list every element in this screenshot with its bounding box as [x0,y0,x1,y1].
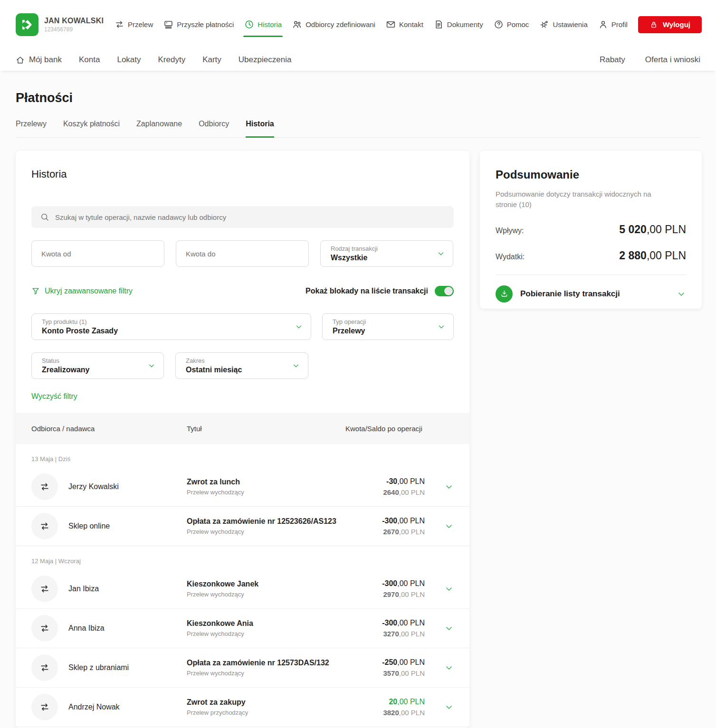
show-blockades-toggle[interactable] [435,286,454,296]
select-value: Wszystkie [331,254,367,262]
home-icon [16,56,25,65]
balance-after: 3570,00 PLN [345,669,425,677]
tab-koszyk-platnosci[interactable]: Koszyk płatności [63,120,120,128]
amount-from-input[interactable] [32,241,164,266]
counterparty-name: Andrzej Nowak [68,703,120,711]
table-row[interactable]: Jan Ibiza Kieszonkowe Janek Przelew wych… [16,569,469,609]
transaction-amount: -300,00 PLN [345,517,425,525]
user-id: 123456789 [44,26,104,33]
logout-label: Wyloguj [663,20,690,28]
chevron-down-icon [444,663,454,672]
quicklink-label: Kontakt [399,20,423,28]
status-select[interactable]: Status Zrealizowany [31,352,164,379]
nav-item-lokaty[interactable]: Lokaty [117,55,141,65]
tab-historia[interactable]: Historia [246,120,274,128]
chevron-down-icon [444,521,454,531]
top-header: JAN KOWALSKI 123456789 Przelew Przyszłe … [0,0,716,49]
select-label: Rodzaj transakcji [331,245,378,252]
nav-item-rabaty[interactable]: Rabaty [600,55,625,65]
quicklink-label: Odbiorcy zdefiniowani [305,20,375,28]
tab-przelewy[interactable]: Przelewy [16,120,47,128]
hide-advanced-filters-link[interactable]: Ukryj zaawansowane filtry [31,287,133,295]
quicklink-kontakt[interactable]: Kontakt [386,19,423,29]
table-row[interactable]: Sklep online Opłata za zamówienie nr 125… [16,507,469,546]
nav-item-moj-bank[interactable]: Mój bank [16,55,62,65]
funnel-icon [31,287,40,295]
table-row[interactable]: Sklep z ubraniami Opłata za zamówienie n… [16,648,469,688]
nav-item-karty[interactable]: Karty [202,55,221,65]
column-header-amount: Kwota/Saldo po operacji [345,425,425,433]
expand-row-chevron[interactable] [425,702,454,712]
nav-item-kredyty[interactable]: Kredyty [158,55,186,65]
table-row[interactable]: Andrzej Nowak Zwrot za zakupy Przelew pr… [16,688,469,727]
select-value: Ostatni miesiąc [186,366,242,374]
transaction-amount: 20,00 PLN [345,698,425,706]
quicklink-ustawienia[interactable]: Ustawienia [539,19,587,29]
transfer-icon [31,615,58,642]
transaction-title: Zwrot za lunch [187,478,345,486]
download-icon [496,285,513,303]
table-row[interactable]: Jerzy Kowalski Zwrot za lunch Przelew wy… [16,467,469,507]
quicklink-pomoc[interactable]: Pomoc [494,19,529,29]
quicklink-przyszle-platnosci[interactable]: Przyszłe płatności [163,19,234,29]
quicklink-dokumenty[interactable]: Dokumenty [434,19,483,29]
select-label: Status [42,357,59,364]
amount-to-input[interactable] [176,241,308,266]
profile-icon [598,19,608,29]
expand-row-chevron[interactable] [425,624,454,633]
tab-odbiorcy[interactable]: Odbiorcy [199,120,229,128]
nav-item-label: Oferta i wnioski [645,55,700,65]
counterparty-name: Jerzy Kowalski [68,482,119,491]
clear-filters-link[interactable]: Wyczyść filtry [31,392,77,401]
expand-row-chevron[interactable] [425,584,454,594]
transaction-type: Przelew wychodzący [187,591,345,598]
chevron-down-icon [444,482,454,492]
toggle-knob [444,287,453,295]
table-row[interactable]: Anna Ibiza Kieszonkowe Ania Przelew wych… [16,609,469,648]
chevron-down-icon [295,322,303,331]
transaction-title: Zwrot za zakupy [187,698,345,707]
quicklink-odbiorcy-zdefiniowani[interactable]: Odbiorcy zdefiniowani [292,19,375,29]
expand-row-chevron[interactable] [425,521,454,531]
summary-divider [496,274,686,275]
chevron-down-icon[interactable] [677,289,686,299]
bank-logo[interactable] [16,13,38,36]
quicklink-label: Ustawienia [553,20,587,28]
counterparty-name: Jan Ibiza [68,585,99,593]
history-icon [244,19,254,29]
logout-button[interactable]: Wyloguj [638,16,702,33]
income-label: Wpływy: [496,227,524,235]
tab-zaplanowane[interactable]: Zaplanowane [136,120,182,128]
transfer-icon [31,513,58,539]
expand-row-chevron[interactable] [425,663,454,672]
user-block[interactable]: JAN KOWALSKI 123456789 [44,17,104,33]
expand-row-chevron[interactable] [425,482,454,492]
column-header-counterparty: Odbiorca / nadawca [31,425,187,433]
nav-item-oferta-i-wnioski[interactable]: Oferta i wnioski [645,55,700,65]
transaction-title: Kieszonkowe Ania [187,619,345,628]
range-select[interactable]: Zakres Ostatni miesiąc [175,352,308,379]
nav-item-konta[interactable]: Konta [79,55,100,65]
nav-item-ubezpieczenia[interactable]: Ubezpieczenia [239,55,292,65]
transaction-kind-select[interactable]: Rodzaj transakcji Wszystkie [320,240,453,267]
quicklink-przelew[interactable]: Przelew [115,19,153,29]
search-icon [40,212,49,222]
select-value: Konto Proste Zasady [42,327,118,335]
show-blockades-label: Pokaż blokady na liście transakcji [305,287,428,295]
main-navigation: Mój bank Konta Lokaty Kredyty Karty Ubez… [0,49,716,71]
product-type-select[interactable]: Typ produktu (1) Konto Proste Zasady [31,313,311,340]
transaction-type: Przelew wychodzący [187,630,345,637]
transaction-amount: -250,00 PLN [345,658,425,667]
quicklink-historia[interactable]: Historia [244,19,282,29]
search-input[interactable] [55,213,445,221]
transfer-icon [115,19,124,29]
table-header: Odbiorca / nadawca Tytuł Kwota/Saldo po … [16,413,469,444]
quicklink-profil[interactable]: Profil [598,19,628,29]
download-transactions-row[interactable]: Pobieranie listy transakcji [496,285,686,303]
counterparty-name: Sklep online [68,522,110,530]
operation-type-select[interactable]: Typ operacji Przelewy [322,313,454,340]
select-label: Typ operacji [333,318,366,325]
transaction-type: Przelew wychodzący [187,489,345,496]
nav-item-label: Karty [202,55,221,65]
download-transactions-label: Pobieranie listy transakcji [520,289,620,299]
